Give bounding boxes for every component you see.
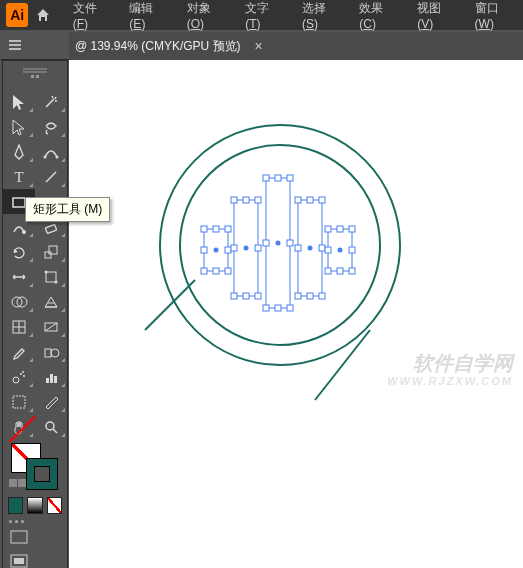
- svg-rect-68: [275, 305, 281, 311]
- svg-rect-7: [13, 198, 25, 207]
- svg-rect-28: [46, 378, 49, 383]
- svg-rect-46: [225, 247, 231, 253]
- svg-rect-64: [287, 175, 293, 181]
- tool-artboard[interactable]: [3, 389, 35, 414]
- tool-column-graph[interactable]: [35, 364, 67, 389]
- svg-rect-84: [349, 226, 355, 232]
- tool-gradient[interactable]: [35, 314, 67, 339]
- tool-hand[interactable]: [3, 414, 35, 439]
- menu-view[interactable]: 视图(V): [409, 0, 462, 35]
- svg-point-50: [214, 248, 219, 253]
- menu-edit[interactable]: 编辑(E): [121, 0, 174, 35]
- tool-symbol-sprayer[interactable]: [3, 364, 35, 389]
- options-menu-icon[interactable]: [8, 38, 22, 52]
- tool-pen[interactable]: [3, 139, 35, 164]
- svg-rect-54: [255, 197, 261, 203]
- svg-rect-9: [45, 224, 56, 233]
- menu-file[interactable]: 文件(F): [65, 0, 118, 35]
- tool-scale[interactable]: [35, 239, 67, 264]
- svg-text:T: T: [14, 169, 23, 185]
- tool-shape-builder[interactable]: [3, 289, 35, 314]
- svg-point-24: [13, 377, 19, 383]
- screen-mode-icon[interactable]: [8, 553, 30, 568]
- svg-rect-67: [263, 305, 269, 311]
- svg-rect-1: [9, 44, 21, 46]
- svg-rect-57: [231, 293, 237, 299]
- svg-rect-69: [287, 305, 293, 311]
- tool-rotate[interactable]: [3, 239, 35, 264]
- svg-rect-44: [225, 226, 231, 232]
- svg-point-26: [23, 375, 25, 377]
- tool-slice[interactable]: [35, 389, 67, 414]
- tool-blend[interactable]: [35, 339, 67, 364]
- tool-selection[interactable]: [3, 89, 35, 114]
- svg-rect-53: [243, 197, 249, 203]
- color-mode-none[interactable]: [47, 497, 62, 514]
- tool-type[interactable]: T: [3, 164, 35, 189]
- svg-rect-88: [337, 268, 343, 274]
- tool-perspective[interactable]: [35, 289, 67, 314]
- svg-rect-82: [325, 226, 331, 232]
- svg-rect-43: [213, 226, 219, 232]
- svg-rect-87: [325, 268, 331, 274]
- color-mode-row: [3, 495, 67, 516]
- color-mode-gradient[interactable]: [27, 497, 42, 514]
- svg-rect-77: [295, 293, 301, 299]
- svg-point-90: [338, 248, 343, 253]
- menu-type[interactable]: 文字(T): [237, 0, 290, 35]
- svg-point-80: [308, 246, 313, 251]
- document-tab[interactable]: @ 139.94% (CMYK/GPU 预览) ×: [75, 38, 263, 55]
- svg-point-3: [44, 155, 47, 158]
- menu-select[interactable]: 选择(S): [294, 0, 347, 35]
- tool-eyedropper[interactable]: [3, 339, 35, 364]
- svg-rect-52: [231, 197, 237, 203]
- tool-width[interactable]: [3, 264, 35, 289]
- home-icon[interactable]: [32, 4, 53, 26]
- svg-rect-49: [225, 268, 231, 274]
- close-icon[interactable]: ×: [255, 38, 263, 54]
- svg-rect-83: [337, 226, 343, 232]
- svg-rect-45: [201, 247, 207, 253]
- svg-rect-47: [201, 268, 207, 274]
- tool-magic-wand[interactable]: [35, 89, 67, 114]
- svg-rect-79: [319, 293, 325, 299]
- more-dots-icon[interactable]: [3, 516, 67, 523]
- column-toggle-icon[interactable]: [29, 75, 41, 85]
- svg-rect-34: [11, 531, 27, 543]
- panel-grip[interactable]: [3, 65, 67, 73]
- svg-point-37: [160, 125, 400, 365]
- svg-line-21: [45, 323, 57, 331]
- tool-direct-selection[interactable]: [3, 114, 35, 139]
- document-tabbar: @ 139.94% (CMYK/GPU 预览) ×: [69, 32, 523, 60]
- app-logo: Ai: [6, 3, 28, 27]
- tool-lasso[interactable]: [35, 114, 67, 139]
- menu-effect[interactable]: 效果(C): [351, 0, 405, 35]
- svg-point-32: [46, 422, 54, 430]
- menu-window[interactable]: 窗口(W): [467, 0, 523, 35]
- svg-rect-74: [319, 197, 325, 203]
- svg-point-27: [22, 371, 24, 373]
- svg-rect-56: [255, 245, 261, 251]
- tool-zoom[interactable]: [35, 414, 67, 439]
- svg-rect-78: [307, 293, 313, 299]
- svg-point-13: [45, 270, 48, 273]
- color-mode-solid[interactable]: [8, 497, 23, 514]
- swap-default-swatches[interactable]: [9, 479, 26, 487]
- svg-rect-29: [50, 374, 53, 383]
- svg-point-4: [56, 155, 59, 158]
- canvas[interactable]: 软件自学网 WWW.RJZXW.COM: [69, 60, 523, 568]
- svg-rect-22: [45, 349, 51, 357]
- stroke-swatch[interactable]: [27, 459, 57, 489]
- menu-object[interactable]: 对象(O): [179, 0, 234, 35]
- svg-rect-75: [295, 245, 301, 251]
- tool-mesh[interactable]: [3, 314, 35, 339]
- tool-line-segment[interactable]: [35, 164, 67, 189]
- tool-free-transform[interactable]: [35, 264, 67, 289]
- draw-mode-normal-icon[interactable]: [8, 529, 30, 545]
- tool-curvature[interactable]: [35, 139, 67, 164]
- svg-line-33: [53, 429, 57, 433]
- svg-rect-73: [307, 197, 313, 203]
- svg-rect-58: [243, 293, 249, 299]
- svg-rect-85: [325, 247, 331, 253]
- svg-rect-12: [46, 272, 56, 282]
